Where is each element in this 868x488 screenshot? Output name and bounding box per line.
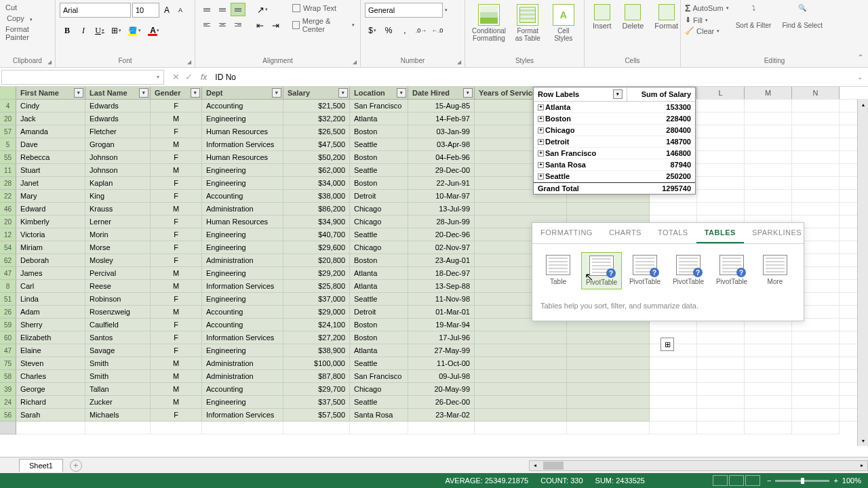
data-cell[interactable]: M: [151, 203, 202, 216]
increase-indent-button[interactable]: ⇥: [268, 18, 283, 32]
data-cell[interactable]: Miriam: [16, 241, 85, 254]
bold-button[interactable]: B: [60, 23, 75, 38]
column-letter[interactable]: N: [792, 87, 840, 99]
data-cell[interactable]: F: [151, 254, 202, 267]
data-cell[interactable]: Accounting: [202, 319, 283, 331]
data-cell[interactable]: 15-Aug-85: [408, 100, 475, 113]
data-cell[interactable]: Engineering: [202, 113, 283, 125]
data-cell[interactable]: 23-Aug-01: [408, 254, 475, 267]
data-cell[interactable]: $57,500: [283, 409, 350, 422]
data-cell[interactable]: [567, 357, 650, 370]
name-box[interactable]: ▾: [1, 70, 164, 85]
row-number[interactable]: 20: [0, 216, 16, 228]
expand-icon[interactable]: +: [538, 174, 544, 180]
data-cell[interactable]: $27,200: [283, 331, 350, 344]
data-cell[interactable]: [567, 409, 650, 422]
expand-icon[interactable]: +: [538, 104, 544, 110]
data-cell[interactable]: $24,100: [283, 319, 350, 331]
italic-button[interactable]: I: [76, 23, 91, 38]
data-cell[interactable]: Accounting: [202, 100, 283, 113]
qa-tab-charts[interactable]: CHARTS: [601, 223, 650, 243]
filter-arrow-icon[interactable]: ▾: [74, 88, 83, 98]
delete-button[interactable]: Delete: [618, 3, 648, 31]
align-middle-button[interactable]: [215, 3, 230, 16]
data-cell[interactable]: F: [151, 319, 202, 331]
data-cell[interactable]: Engineering: [202, 241, 283, 254]
data-cell[interactable]: F: [151, 241, 202, 254]
data-cell[interactable]: Engineering: [202, 228, 283, 241]
data-cell[interactable]: Detroit: [350, 306, 408, 319]
font-size-input[interactable]: [132, 3, 159, 18]
data-cell[interactable]: Elaine: [16, 344, 85, 357]
data-cell[interactable]: Stuart: [16, 164, 85, 177]
data-cell[interactable]: Boston: [350, 254, 408, 267]
data-cell[interactable]: Deborah: [16, 254, 85, 267]
data-cell[interactable]: $34,000: [283, 177, 350, 190]
data-cell[interactable]: [475, 203, 567, 216]
data-cell[interactable]: $29,700: [283, 383, 350, 396]
data-cell[interactable]: M: [151, 306, 202, 319]
decrease-indent-button[interactable]: ⇤: [252, 18, 267, 32]
data-cell[interactable]: $21,500: [283, 100, 350, 113]
row-number[interactable]: 39: [0, 383, 16, 396]
data-cell[interactable]: Carl: [16, 280, 85, 293]
data-cell[interactable]: Lerner: [85, 216, 151, 228]
underline-button[interactable]: U▾: [92, 23, 107, 38]
qa-option-pivottable[interactable]: PivotTable: [711, 252, 752, 289]
data-cell[interactable]: Chicago: [350, 203, 408, 216]
number-format-select[interactable]: [365, 3, 443, 18]
data-cell[interactable]: Boston: [350, 151, 408, 164]
data-cell[interactable]: $29,200: [283, 267, 350, 280]
data-cell[interactable]: M: [151, 138, 202, 151]
data-cell[interactable]: F: [151, 228, 202, 241]
data-cell[interactable]: Santa Rosa: [350, 409, 408, 422]
expand-formula-button[interactable]: ⌄: [857, 73, 868, 81]
data-cell[interactable]: 19-Mar-94: [408, 319, 475, 331]
data-cell[interactable]: M: [151, 396, 202, 409]
data-cell[interactable]: Seattle: [350, 228, 408, 241]
data-cell[interactable]: Morse: [85, 241, 151, 254]
autosum-button[interactable]: ΣAutoSum ▾: [685, 3, 729, 14]
data-cell[interactable]: $32,200: [283, 113, 350, 125]
data-cell[interactable]: Kimberly: [16, 216, 85, 228]
expand-icon[interactable]: +: [538, 162, 544, 168]
data-cell[interactable]: Boston: [350, 125, 408, 138]
data-cell[interactable]: Kaplan: [85, 177, 151, 190]
vertical-scrollbar[interactable]: ▴ ▾: [857, 99, 868, 446]
column-header[interactable]: Gender▾: [151, 87, 202, 100]
data-cell[interactable]: F: [151, 293, 202, 306]
data-cell[interactable]: Santos: [85, 331, 151, 344]
data-cell[interactable]: Sherry: [16, 319, 85, 331]
data-cell[interactable]: Information Services: [202, 138, 283, 151]
find-select-button[interactable]: 🔍 Find & Select: [778, 3, 826, 30]
data-cell[interactable]: Zucker: [85, 396, 151, 409]
data-cell[interactable]: Administration: [202, 203, 283, 216]
data-cell[interactable]: 10-Mar-97: [408, 190, 475, 203]
data-cell[interactable]: Edward: [16, 203, 85, 216]
data-cell[interactable]: Human Resources: [202, 125, 283, 138]
zoom-in-button[interactable]: +: [833, 476, 837, 485]
data-cell[interactable]: 29-Dec-00: [408, 164, 475, 177]
data-cell[interactable]: Jack: [16, 113, 85, 125]
align-right-button[interactable]: [231, 18, 245, 31]
data-cell[interactable]: Chicago: [350, 383, 408, 396]
filter-arrow-icon[interactable]: ▾: [191, 88, 200, 98]
data-cell[interactable]: Morin: [85, 228, 151, 241]
row-number[interactable]: 11: [0, 164, 16, 177]
zoom-level[interactable]: 100%: [842, 476, 861, 485]
row-number[interactable]: 46: [0, 203, 16, 216]
data-cell[interactable]: $37,000: [283, 293, 350, 306]
data-cell[interactable]: $47,500: [283, 138, 350, 151]
data-cell[interactable]: Sarah: [16, 409, 85, 422]
data-cell[interactable]: Atlanta: [350, 113, 408, 125]
data-cell[interactable]: Edwards: [85, 113, 151, 125]
data-cell[interactable]: Tallan: [85, 383, 151, 396]
data-cell[interactable]: Johnson: [85, 164, 151, 177]
data-cell[interactable]: M: [151, 370, 202, 383]
number-dialog-launcher[interactable]: ◢: [455, 58, 463, 66]
data-cell[interactable]: 03-Jan-99: [408, 125, 475, 138]
data-cell[interactable]: $50,200: [283, 151, 350, 164]
data-cell[interactable]: Accounting: [202, 383, 283, 396]
data-cell[interactable]: George: [16, 383, 85, 396]
data-cell[interactable]: 20-Dec-96: [408, 228, 475, 241]
